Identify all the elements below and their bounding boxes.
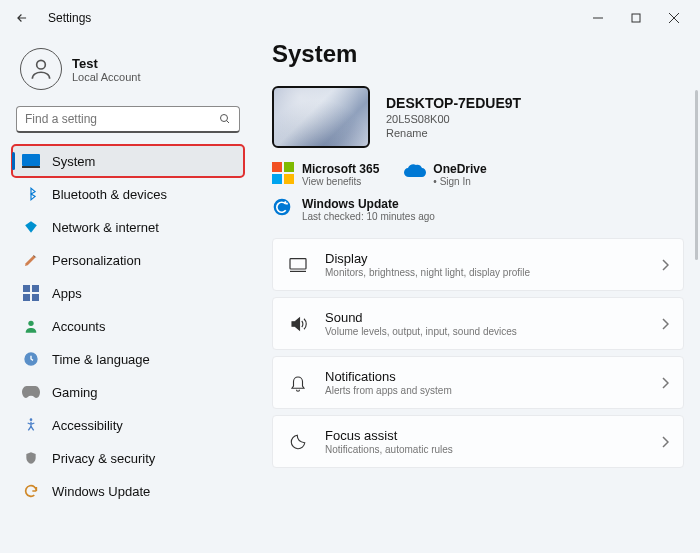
scrollbar[interactable] [695,90,698,260]
sidebar-item-accounts[interactable]: Accounts [12,310,244,342]
chevron-right-icon [661,436,669,448]
svg-rect-9 [23,285,30,292]
svg-rect-17 [284,162,294,172]
titlebar: Settings [0,0,700,36]
search-input[interactable] [25,112,219,126]
search-box[interactable] [16,106,240,133]
sidebar-nav: System Bluetooth & devices Network & int… [12,145,244,507]
svg-point-5 [221,115,228,122]
minimize-button[interactable] [580,4,616,32]
sidebar-item-update[interactable]: Windows Update [12,475,244,507]
status-windows-update[interactable]: Windows Update Last checked: 10 minutes … [272,197,435,222]
svg-point-13 [28,321,33,326]
window-controls [580,4,692,32]
svg-rect-11 [23,294,30,301]
page-title: System [272,40,684,68]
card-sub: Notifications, automatic rules [325,444,661,455]
status-sub: Last checked: 10 minutes ago [302,211,435,222]
card-title: Notifications [325,369,661,384]
card-title: Display [325,251,661,266]
minimize-icon [593,13,603,23]
rename-link[interactable]: Rename [386,127,521,139]
sidebar-item-label: Accounts [52,319,105,334]
card-title: Sound [325,310,661,325]
search-icon [219,113,231,125]
card-sub: Monitors, brightness, night light, displ… [325,267,661,278]
sidebar-item-bluetooth[interactable]: Bluetooth & devices [12,178,244,210]
svg-rect-12 [32,294,39,301]
card-notifications[interactable]: Notifications Alerts from apps and syste… [272,356,684,409]
status-row-1: Microsoft 365 View benefits OneDrive • S… [272,162,684,187]
close-icon [669,13,679,23]
time-icon [22,350,40,368]
network-icon [22,218,40,236]
back-button[interactable] [8,4,36,32]
sidebar-item-label: Windows Update [52,484,150,499]
status-row-2: Windows Update Last checked: 10 minutes … [272,197,684,222]
update-icon [22,482,40,500]
onedrive-icon [403,162,425,184]
display-icon [287,254,309,276]
bluetooth-icon [22,185,40,203]
sidebar-item-label: Bluetooth & devices [52,187,167,202]
avatar [20,48,62,90]
close-button[interactable] [656,4,692,32]
sidebar-item-label: Privacy & security [52,451,155,466]
notifications-icon [287,372,309,394]
sidebar-item-label: System [52,154,95,169]
svg-rect-8 [22,166,40,168]
sidebar-item-label: Apps [52,286,82,301]
sidebar-item-personalization[interactable]: Personalization [12,244,244,276]
maximize-button[interactable] [618,4,654,32]
device-name: DESKTOP-7EDUE9T [386,95,521,111]
gaming-icon [22,383,40,401]
main-panel: System DESKTOP-7EDUE9T 20L5S08K00 Rename… [252,36,688,553]
status-onedrive[interactable]: OneDrive • Sign In [403,162,486,187]
microsoft365-icon [272,162,294,184]
status-title: Microsoft 365 [302,162,379,176]
status-title: Windows Update [302,197,435,211]
device-model: 20L5S08K00 [386,113,521,125]
sidebar: Test Local Account System Bluetooth & de… [12,36,252,553]
window-title: Settings [48,11,91,25]
device-info: DESKTOP-7EDUE9T 20L5S08K00 Rename [272,86,684,148]
privacy-icon [22,449,40,467]
sidebar-item-label: Accessibility [52,418,123,433]
system-icon [22,152,40,170]
accessibility-icon [22,416,40,434]
chevron-right-icon [661,377,669,389]
card-title: Focus assist [325,428,661,443]
account-type: Local Account [72,71,141,83]
apps-icon [22,284,40,302]
sidebar-item-gaming[interactable]: Gaming [12,376,244,408]
account-block[interactable]: Test Local Account [12,36,244,106]
status-microsoft365[interactable]: Microsoft 365 View benefits [272,162,379,187]
card-display[interactable]: Display Monitors, brightness, night ligh… [272,238,684,291]
sidebar-item-accessibility[interactable]: Accessibility [12,409,244,441]
sidebar-item-label: Gaming [52,385,98,400]
card-sub: Alerts from apps and system [325,385,661,396]
chevron-right-icon [661,259,669,271]
status-title: OneDrive [433,162,486,176]
svg-rect-16 [272,162,282,172]
sidebar-item-apps[interactable]: Apps [12,277,244,309]
status-sub: View benefits [302,176,379,187]
device-image [272,86,370,148]
sidebar-item-privacy[interactable]: Privacy & security [12,442,244,474]
focus-icon [287,431,309,453]
sidebar-item-label: Personalization [52,253,141,268]
sidebar-item-label: Network & internet [52,220,159,235]
person-icon [28,56,54,82]
svg-rect-18 [272,174,282,184]
sound-icon [287,313,309,335]
card-sound[interactable]: Sound Volume levels, output, input, soun… [272,297,684,350]
windows-update-icon [272,197,294,219]
svg-rect-10 [32,285,39,292]
sidebar-item-time[interactable]: Time & language [12,343,244,375]
account-name: Test [72,56,141,71]
chevron-right-icon [661,318,669,330]
sidebar-item-network[interactable]: Network & internet [12,211,244,243]
maximize-icon [631,13,641,23]
sidebar-item-system[interactable]: System [12,145,244,177]
card-focus-assist[interactable]: Focus assist Notifications, automatic ru… [272,415,684,468]
